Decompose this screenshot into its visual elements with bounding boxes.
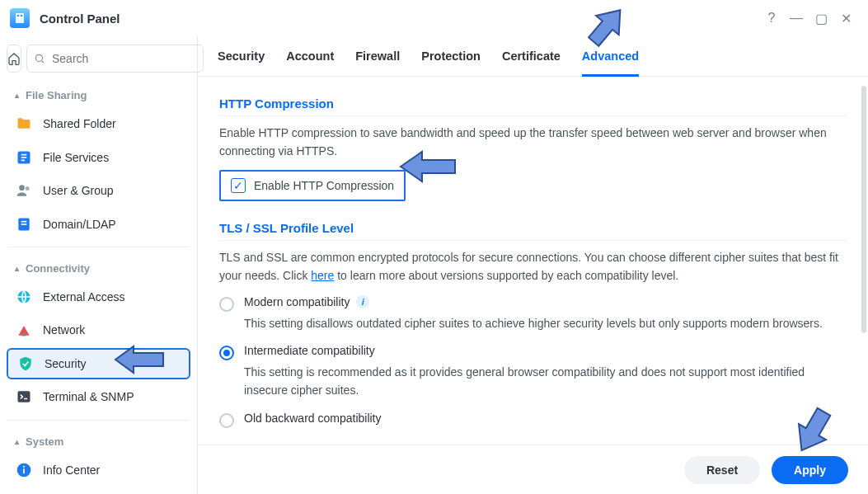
sidebar-item-terminal-snmp[interactable]: Terminal & SNMP — [7, 381, 190, 412]
reset-button[interactable]: Reset — [684, 456, 760, 484]
svg-rect-9 — [21, 223, 27, 225]
sidebar-item-label: Security — [45, 357, 87, 370]
chevron-up-icon: ▴ — [15, 264, 19, 273]
sidebar-section-connectivity[interactable]: ▴ Connectivity — [7, 254, 190, 280]
sidebar-item-label: User & Group — [43, 184, 114, 197]
svg-rect-14 — [23, 468, 25, 473]
close-button[interactable]: ✕ — [833, 11, 858, 26]
globe-icon — [15, 288, 33, 306]
radio-label: Modern compatibility — [244, 295, 350, 308]
radio-option-old[interactable]: Old backward compatibility — [219, 412, 847, 428]
sidebar-item-security[interactable]: Security — [7, 348, 190, 380]
divider — [219, 115, 847, 116]
checkbox-label: Enable HTTP Compression — [254, 179, 394, 192]
sidebar-section-system[interactable]: ▴ System — [7, 427, 190, 453]
section-label: System — [26, 435, 63, 448]
sidebar-item-external-access[interactable]: External Access — [7, 281, 190, 313]
tls-profile-radio-group: Modern compatibility i This setting disa… — [219, 295, 847, 428]
info-icon — [15, 461, 33, 479]
divider — [8, 247, 189, 247]
radio-desc: This setting disallows outdated cipher s… — [244, 315, 847, 333]
svg-point-5 — [19, 185, 25, 191]
apply-button[interactable]: Apply — [772, 456, 848, 484]
tab-advanced[interactable]: Advanced — [582, 49, 639, 77]
section-title-tls: TLS / SSL Profile Level — [219, 221, 847, 235]
tabs: Security Account Firewall Protection Cer… — [198, 36, 868, 77]
content-area: HTTP Compression Enable HTTP compression… — [198, 77, 868, 494]
window-title: Control Panel — [40, 12, 120, 26]
radio-icon — [219, 297, 234, 312]
sidebar-item-label: External Access — [43, 290, 125, 303]
home-button[interactable] — [7, 45, 21, 73]
svg-point-15 — [23, 466, 25, 468]
app-icon — [10, 8, 30, 28]
users-icon — [15, 181, 33, 200]
sidebar-item-domain-ldap[interactable]: Domain/LDAP — [7, 208, 190, 239]
sidebar-item-label: File Services — [43, 151, 109, 164]
minimize-button[interactable]: — — [784, 11, 809, 26]
tab-firewall[interactable]: Firewall — [355, 49, 400, 76]
radio-option-modern[interactable]: Modern compatibility i This setting disa… — [219, 295, 847, 333]
section-label: File Sharing — [26, 89, 87, 101]
network-icon — [15, 321, 33, 339]
section-title-http: HTTP Compression — [219, 96, 847, 111]
tls-description: TLS and SSL are common encrypted protoco… — [219, 249, 847, 285]
sidebar-item-label: Terminal & SNMP — [43, 390, 134, 403]
sidebar-item-label: Shared Folder — [43, 117, 116, 130]
shield-icon — [16, 355, 35, 373]
main-panel: Security Account Firewall Protection Cer… — [198, 36, 868, 494]
footer: Reset Apply — [198, 445, 868, 494]
radio-icon — [219, 413, 234, 428]
titlebar: Control Panel ? — ▢ ✕ — [0, 0, 868, 36]
tab-protection[interactable]: Protection — [421, 49, 481, 76]
sidebar-item-file-services[interactable]: File Services — [7, 141, 190, 172]
svg-rect-0 — [16, 13, 24, 23]
radio-label: Old backward compatibility — [244, 412, 382, 425]
radio-desc: This setting is recommended as it provid… — [244, 364, 847, 399]
svg-point-6 — [26, 186, 30, 191]
file-services-icon — [15, 148, 33, 167]
tls-desc-post: to learn more about versions supported b… — [334, 269, 678, 282]
svg-point-3 — [35, 54, 42, 61]
domain-icon — [15, 215, 33, 233]
search-input[interactable] — [26, 45, 204, 73]
sidebar-item-label: Domain/LDAP — [43, 218, 116, 231]
section-label: Connectivity — [26, 262, 90, 275]
folder-icon — [15, 115, 33, 133]
radio-option-intermediate[interactable]: Intermediate compatibility This setting … — [219, 344, 847, 399]
divider — [8, 420, 189, 421]
radio-label: Intermediate compatibility — [244, 344, 375, 357]
chevron-up-icon: ▴ — [15, 91, 19, 100]
radio-icon — [219, 346, 234, 360]
tab-certificate[interactable]: Certificate — [502, 49, 561, 76]
divider — [219, 240, 847, 241]
checkbox-icon: ✓ — [231, 178, 246, 193]
svg-rect-8 — [21, 220, 27, 222]
search-icon — [34, 53, 45, 64]
tab-security[interactable]: Security — [218, 49, 265, 76]
svg-rect-1 — [17, 15, 19, 16]
info-icon[interactable]: i — [356, 295, 369, 308]
chevron-up-icon: ▴ — [15, 437, 19, 446]
http-description: Enable HTTP compression to save bandwidt… — [219, 125, 847, 160]
svg-rect-2 — [21, 15, 22, 16]
sidebar-item-label: Info Center — [43, 463, 100, 477]
sidebar-item-label: Network — [43, 323, 85, 336]
sidebar-item-user-group[interactable]: User & Group — [7, 175, 190, 206]
enable-http-compression-checkbox[interactable]: ✓ Enable HTTP Compression — [219, 170, 406, 201]
sidebar-section-file-sharing[interactable]: ▴ File Sharing — [7, 81, 190, 106]
search-field[interactable] — [52, 52, 196, 65]
tab-account[interactable]: Account — [286, 49, 334, 76]
sidebar: ▴ File Sharing Shared Folder File Servic… — [0, 36, 198, 494]
sidebar-item-info-center[interactable]: Info Center — [7, 454, 190, 486]
sidebar-item-shared-folder[interactable]: Shared Folder — [7, 108, 190, 139]
tls-learn-more-link[interactable]: here — [311, 269, 334, 282]
sidebar-item-network[interactable]: Network — [7, 314, 190, 346]
terminal-icon — [15, 388, 33, 406]
maximize-button[interactable]: ▢ — [809, 11, 833, 26]
svg-rect-12 — [18, 392, 30, 402]
help-button[interactable]: ? — [759, 11, 784, 26]
scrollbar[interactable] — [861, 86, 866, 333]
svg-rect-11 — [22, 334, 26, 336]
